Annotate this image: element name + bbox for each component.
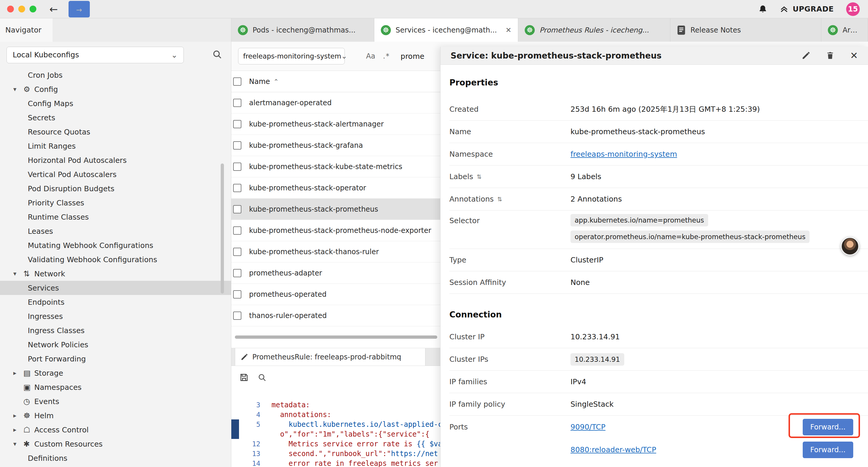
sidebar-item[interactable]: ▣ Namespaces: [0, 380, 231, 394]
sidebar-search-button[interactable]: [212, 49, 222, 61]
minimize-window-button[interactable]: [18, 6, 25, 12]
tab-argo[interactable]: ☸ Argo Se: [821, 18, 868, 42]
sidebar-item[interactable]: Port Forwarding: [0, 352, 231, 366]
sidebar-item-label: Pod Disruption Budgets: [28, 184, 114, 193]
tab-release-notes[interactable]: Release Notes: [670, 18, 821, 42]
sidebar-item-label: Config: [34, 85, 58, 94]
row-checkbox[interactable]: [233, 163, 241, 171]
sidebar-item[interactable]: Services: [0, 281, 231, 295]
tab-bar: Navigator ☸ Pods - icecheng@mathmas... ☸…: [0, 18, 868, 42]
sidebar-item[interactable]: Vertical Pod Autoscalers: [0, 167, 231, 181]
namespace-link[interactable]: freeleaps-monitoring-system: [570, 150, 677, 158]
tab-pods[interactable]: ☸ Pods - icecheng@mathmas...: [231, 18, 374, 42]
property-row-ports: Ports 9090/TCP Forward... 8080:reloader-…: [450, 415, 868, 467]
regex-toggle[interactable]: .*: [383, 52, 390, 60]
sidebar-item[interactable]: ▸ ☸ Helm: [0, 408, 231, 423]
sidebar-item[interactable]: ◷ Events: [0, 394, 231, 408]
back-button[interactable]: ←: [49, 0, 58, 18]
sidebar-item[interactable]: Leases: [0, 224, 231, 238]
sidebar-item[interactable]: Pod Disruption Budgets: [0, 181, 231, 196]
sidebar-item[interactable]: ▾ ⚙ Config: [0, 82, 231, 96]
sidebar-item[interactable]: Resource Quotas: [0, 125, 231, 139]
save-icon[interactable]: [239, 373, 249, 382]
sidebar-item[interactable]: Secrets: [0, 111, 231, 125]
sidebar-item[interactable]: Config Maps: [0, 96, 231, 111]
row-checkbox[interactable]: [233, 184, 241, 192]
sidebar-item-label: Custom Resources: [34, 440, 102, 448]
row-checkbox[interactable]: [233, 226, 241, 235]
sidebar-item-label: Port Forwarding: [28, 355, 86, 363]
expand-sort-icon[interactable]: ⇅: [497, 196, 502, 203]
sidebar-item[interactable]: Ingress Classes: [0, 323, 231, 338]
delete-trash-icon[interactable]: [826, 51, 835, 60]
notification-count-badge[interactable]: 15: [846, 2, 860, 16]
chevron-icon[interactable]: ▾: [13, 86, 23, 93]
service-name: prometheus-adapter: [249, 269, 322, 277]
gutter-decoration: [231, 429, 239, 439]
zoom-window-button[interactable]: [30, 6, 36, 12]
chevron-icon[interactable]: ▸: [13, 426, 23, 433]
row-checkbox[interactable]: [233, 248, 241, 256]
property-value: kube-prometheus-stack-prometheus: [570, 127, 853, 136]
sidebar-scrollbar[interactable]: [221, 164, 224, 293]
forward-button[interactable]: →: [68, 1, 90, 18]
sidebar-item[interactable]: Network Policies: [0, 338, 231, 352]
column-name-label: Name: [249, 78, 270, 86]
chevron-icon[interactable]: ▸: [13, 370, 23, 377]
kubeconfig-selector[interactable]: Local Kubeconfigs ⌄: [6, 47, 184, 63]
navigator-sidebar: Local Kubeconfigs ⌄ Cron Jobs ▾ ⚙ Config: [0, 42, 231, 467]
property-value: 10.233.14.91: [570, 332, 853, 341]
close-window-button[interactable]: [7, 6, 14, 12]
tab-services[interactable]: ☸ Services - icecheng@math... ✕: [374, 18, 518, 42]
namespace-selector[interactable]: freeleaps-monitoring-system ⌄: [238, 48, 345, 64]
row-checkbox[interactable]: [233, 205, 241, 213]
port-link[interactable]: 9090/TCP: [570, 423, 606, 431]
sidebar-item[interactable]: ▸ ☖ Access Control: [0, 423, 231, 437]
property-row-selector: Selector app.kubernetes.io/name=promethe…: [450, 210, 868, 249]
editor-search-icon[interactable]: [258, 373, 267, 382]
sidebar-item[interactable]: ▾ ⇅ Network: [0, 267, 231, 281]
row-checkbox[interactable]: [233, 141, 241, 150]
chevron-icon[interactable]: ▾: [13, 270, 23, 277]
match-case-toggle[interactable]: Aa: [366, 52, 375, 60]
sidebar-item[interactable]: ▾ ✱ Custom Resources: [0, 437, 231, 451]
editor-tab[interactable]: PrometheusRule: freeleaps-prod-rabbitmq: [235, 348, 426, 366]
row-checkbox[interactable]: [233, 269, 241, 277]
forward-button[interactable]: Forward...: [803, 419, 853, 435]
sidebar-item[interactable]: Endpoints: [0, 295, 231, 309]
chevron-icon[interactable]: ▾: [13, 440, 23, 447]
sidebar-item[interactable]: Ingresses: [0, 309, 231, 323]
tab-close-icon[interactable]: ✕: [505, 26, 512, 34]
property-value: IPv4: [570, 377, 853, 386]
sidebar-item[interactable]: Mutating Webhook Configurations: [0, 238, 231, 253]
document-icon: [677, 25, 686, 35]
sidebar-item[interactable]: ▸ ▤ Storage: [0, 366, 231, 380]
tab-prometheus-rules[interactable]: ☸ Prometheus Rules - icecheng...: [518, 18, 670, 42]
sidebar-item[interactable]: Validating Webhook Configurations: [0, 253, 231, 267]
expand-sort-icon[interactable]: ⇅: [476, 173, 482, 180]
edit-pencil-icon[interactable]: [802, 51, 810, 60]
select-all-checkbox[interactable]: [233, 78, 241, 86]
port-link[interactable]: 8080:reloader-web/TCP: [570, 445, 656, 454]
upgrade-button[interactable]: UPGRADE: [780, 5, 834, 13]
search-input[interactable]: prome: [401, 52, 425, 61]
horizontal-scrollbar[interactable]: [235, 335, 437, 339]
chevron-down-icon: ⌄: [341, 52, 347, 60]
row-checkbox[interactable]: [233, 99, 241, 107]
forward-button[interactable]: Forward...: [803, 442, 853, 458]
row-checkbox[interactable]: [233, 312, 241, 320]
row-checkbox[interactable]: [233, 120, 241, 128]
chevron-icon[interactable]: ▸: [13, 412, 23, 419]
row-checkbox[interactable]: [233, 290, 241, 298]
sidebar-item[interactable]: Definitions: [0, 451, 231, 465]
sidebar-item[interactable]: Cron Jobs: [0, 68, 231, 82]
sidebar-item[interactable]: Horizontal Pod Autoscalers: [0, 153, 231, 167]
sidebar-item[interactable]: Limit Ranges: [0, 139, 231, 153]
sidebar-item[interactable]: Priority Classes: [0, 196, 231, 210]
code-text: o","for":"1m","labels":{"service":{: [266, 430, 430, 438]
column-name-header[interactable]: Name ⌃: [249, 78, 279, 86]
bell-icon[interactable]: [758, 4, 767, 14]
sidebar-item[interactable]: Runtime Classes: [0, 210, 231, 224]
drawer-close-icon[interactable]: ✕: [850, 50, 858, 61]
user-avatar[interactable]: [841, 237, 859, 255]
